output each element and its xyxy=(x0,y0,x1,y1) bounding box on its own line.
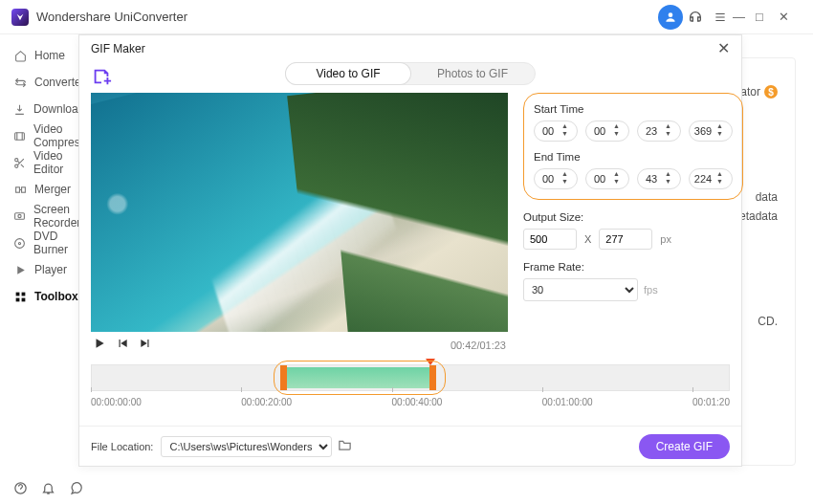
close-window-button[interactable]: ✕ xyxy=(779,10,802,24)
tab-video-to-gif[interactable]: Video to GIF xyxy=(286,63,410,84)
sidebar-item-screen-recorder[interactable]: Screen Recorder xyxy=(0,203,86,230)
start-time-label: Start Time xyxy=(534,103,733,115)
status-bar xyxy=(0,475,813,504)
sidebar-item-label: Player xyxy=(34,263,67,276)
bell-icon[interactable] xyxy=(41,481,55,499)
start-ss-input[interactable] xyxy=(638,125,665,137)
scissors-icon xyxy=(13,157,26,169)
end-mm-input[interactable] xyxy=(586,173,613,185)
timeline-track[interactable] xyxy=(91,364,730,391)
svg-point-8 xyxy=(15,238,25,248)
end-ss-stepper[interactable]: ▲▼ xyxy=(637,168,681,189)
svg-rect-4 xyxy=(15,186,19,191)
next-frame-button[interactable] xyxy=(139,337,152,354)
sidebar: Home Converter Downloader Video Compress… xyxy=(0,34,86,475)
video-preview[interactable] xyxy=(91,93,508,332)
tick-label: 00:00:40:00 xyxy=(392,397,443,407)
svg-rect-12 xyxy=(15,297,19,301)
sidebar-item-merger[interactable]: Merger xyxy=(0,176,86,203)
frame-rate-label: Frame Rate: xyxy=(523,261,743,273)
disc-icon xyxy=(13,237,26,250)
size-separator: X xyxy=(584,233,591,245)
bg-text-cd: CD. xyxy=(758,315,778,328)
output-height-input[interactable] xyxy=(599,229,652,250)
sidebar-item-downloader[interactable]: Downloader xyxy=(0,96,86,122)
start-hh-stepper[interactable]: ▲▼ xyxy=(534,121,578,142)
end-hh-stepper[interactable]: ▲▼ xyxy=(534,168,578,189)
tick-label: 00:01:20 xyxy=(692,397,730,407)
end-mm-stepper[interactable]: ▲▼ xyxy=(585,168,629,189)
timeline-ticks: 00:00:00:00 00:00:20:00 00:00:40:00 00:0… xyxy=(91,397,730,407)
start-ms-input[interactable] xyxy=(690,125,716,137)
svg-point-0 xyxy=(669,12,673,17)
tick-label: 00:01:00:00 xyxy=(542,397,593,407)
bg-text-data: data xyxy=(756,190,778,204)
compress-icon xyxy=(13,130,26,142)
svg-rect-10 xyxy=(15,292,19,296)
add-media-button[interactable] xyxy=(91,66,112,87)
feedback-icon[interactable] xyxy=(69,481,83,499)
size-unit: px xyxy=(660,233,671,245)
tab-photos-to-gif[interactable]: Photos to GIF xyxy=(410,63,535,84)
sidebar-item-label: Converter xyxy=(34,76,85,89)
file-location-label: File Location: xyxy=(91,441,153,452)
end-ms-input[interactable] xyxy=(690,173,716,185)
output-width-input[interactable] xyxy=(523,229,577,250)
start-ms-stepper[interactable]: ▲▼ xyxy=(689,121,733,142)
end-ss-input[interactable] xyxy=(638,173,665,185)
svg-rect-11 xyxy=(21,292,25,296)
file-location-select[interactable]: C:\Users\ws\Pictures\Wonders xyxy=(161,436,332,457)
play-icon xyxy=(13,264,27,276)
timeline: 00:00:00:00 00:00:20:00 00:00:40:00 00:0… xyxy=(91,364,730,407)
sidebar-item-label: Toolbox xyxy=(34,290,78,303)
sidebar-item-video-editor[interactable]: Video Editor xyxy=(0,149,86,176)
bg-text-ator: ator$ xyxy=(740,85,778,99)
sidebar-item-video-compressor[interactable]: Video Compressor xyxy=(0,122,86,149)
gif-maker-modal: GIF Maker ✕ Video to GIF Photos to GIF 0… xyxy=(78,34,742,467)
end-hh-input[interactable] xyxy=(535,173,561,185)
support-icon[interactable] xyxy=(683,5,708,30)
converter-icon xyxy=(13,77,27,89)
record-icon xyxy=(13,210,26,223)
home-icon xyxy=(13,50,27,62)
svg-point-9 xyxy=(18,242,20,244)
sidebar-item-converter[interactable]: Converter xyxy=(0,69,86,96)
toolbox-icon xyxy=(13,291,27,303)
start-ss-stepper[interactable]: ▲▼ xyxy=(637,121,681,142)
open-folder-button[interactable] xyxy=(338,437,352,455)
tick-label: 00:00:00:00 xyxy=(91,397,142,407)
svg-rect-1 xyxy=(15,132,25,140)
start-hh-input[interactable] xyxy=(535,125,561,137)
svg-rect-5 xyxy=(21,186,25,191)
sidebar-item-toolbox[interactable]: Toolbox xyxy=(0,283,86,310)
sidebar-item-player[interactable]: Player xyxy=(0,256,86,283)
create-gif-button[interactable]: Create GIF xyxy=(639,434,730,459)
merger-icon xyxy=(13,184,27,196)
frame-rate-select[interactable]: 30 xyxy=(523,278,638,301)
settings-panel: Start Time ▲▼ ▲▼ ▲▼ ▲▼ End Time ▲▼ ▲▼ ▲▼… xyxy=(523,93,743,359)
mode-tabs: Video to GIF Photos to GIF xyxy=(285,62,536,85)
maximize-button[interactable]: □ xyxy=(756,10,779,24)
minimize-button[interactable]: — xyxy=(733,10,756,24)
app-title: Wondershare UniConverter xyxy=(36,10,187,24)
play-button[interactable] xyxy=(93,337,106,354)
menu-icon[interactable] xyxy=(708,5,733,30)
account-icon[interactable] xyxy=(658,5,683,30)
time-range-box: Start Time ▲▼ ▲▼ ▲▼ ▲▼ End Time ▲▼ ▲▼ ▲▼… xyxy=(523,93,743,200)
sidebar-item-label: Merger xyxy=(34,183,71,196)
title-bar: Wondershare UniConverter — □ ✕ xyxy=(0,0,813,34)
start-mm-stepper[interactable]: ▲▼ xyxy=(585,121,629,142)
app-logo-icon xyxy=(11,9,29,26)
start-mm-input[interactable] xyxy=(586,125,613,137)
prev-frame-button[interactable] xyxy=(116,337,129,354)
sidebar-item-home[interactable]: Home xyxy=(0,42,86,69)
end-ms-stepper[interactable]: ▲▼ xyxy=(689,168,733,189)
end-time-label: End Time xyxy=(534,151,733,163)
svg-point-2 xyxy=(15,158,18,161)
svg-rect-13 xyxy=(21,297,25,301)
help-icon[interactable] xyxy=(13,481,28,499)
close-icon[interactable]: ✕ xyxy=(717,41,730,56)
sidebar-item-dvd-burner[interactable]: DVD Burner xyxy=(0,230,86,256)
frame-rate-unit: fps xyxy=(644,284,658,296)
sidebar-item-label: Home xyxy=(34,49,65,62)
